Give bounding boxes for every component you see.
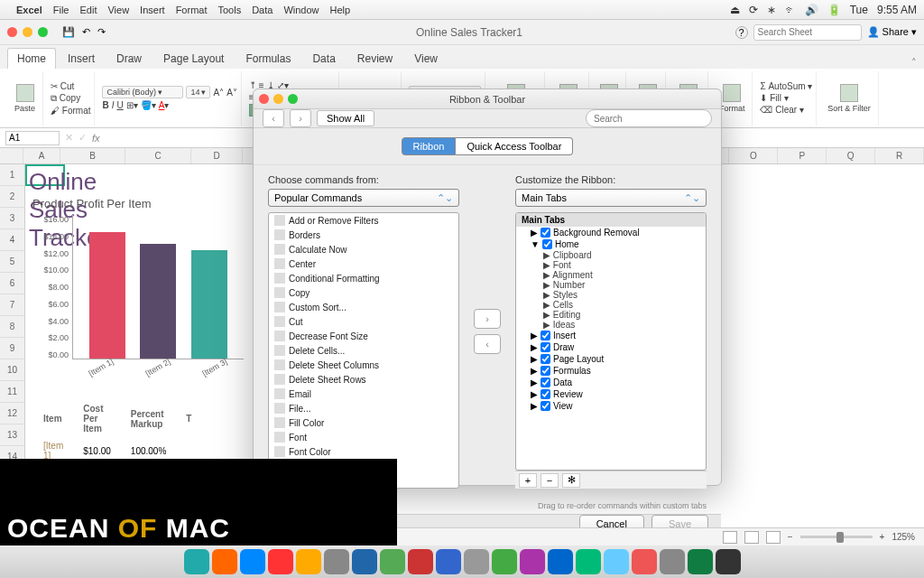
copy-icon[interactable]: ⧉ Copy — [51, 93, 80, 104]
sort-filter-button[interactable]: Sort & Filter — [824, 84, 874, 113]
col-markup[interactable]: Percent Markup — [122, 401, 175, 436]
col-head[interactable]: Q — [827, 148, 875, 163]
tab-quick-access[interactable]: Quick Access Toolbar — [456, 137, 573, 155]
tree-subitem[interactable]: ▶ Font — [516, 260, 706, 270]
command-item[interactable]: Decrease Font Size — [269, 329, 458, 343]
tree-subitem[interactable]: ▶ Clipboard — [516, 250, 706, 260]
row-head[interactable]: 2 — [0, 186, 25, 208]
dock-app-icon[interactable] — [576, 549, 601, 574]
commands-from-select[interactable]: Popular Commands⌃⌄ — [268, 189, 459, 207]
dock-app-icon[interactable] — [296, 549, 321, 574]
tree-subitem[interactable]: ▶ Ideas — [516, 320, 706, 330]
dock-app-icon[interactable] — [604, 549, 629, 574]
tab-view[interactable]: View — [404, 48, 448, 69]
tree-item[interactable]: ▶ Data — [516, 377, 706, 388]
command-item[interactable]: Conditional Formatting — [269, 271, 458, 285]
command-item[interactable]: Fill Color — [269, 415, 458, 430]
tab-insert[interactable]: Insert — [58, 48, 105, 69]
row-head[interactable]: 13 — [0, 424, 25, 446]
dock-app-icon[interactable] — [464, 549, 489, 574]
underline-button[interactable]: U — [116, 100, 123, 110]
battery-icon[interactable]: 🔋 — [827, 4, 841, 16]
dock-app-icon[interactable] — [492, 549, 517, 574]
tree-subitem[interactable]: ▶ Editing — [516, 310, 706, 320]
col-head[interactable]: R — [875, 148, 924, 163]
row-head[interactable]: 9 — [0, 338, 25, 359]
dock-app-icon[interactable] — [632, 549, 657, 574]
dock-app-icon[interactable] — [240, 549, 265, 574]
tree-item[interactable]: ▶ Draw — [516, 341, 706, 353]
tree-item[interactable]: ▶ Page Layout — [516, 353, 706, 365]
format-painter-icon[interactable]: 🖌 Format — [51, 106, 90, 116]
cancel-formula-icon[interactable]: ✕ — [65, 132, 73, 144]
border-button[interactable]: ⊞▾ — [126, 100, 138, 110]
command-item[interactable]: Cut — [269, 314, 458, 329]
command-item[interactable]: Add or Remove Filters — [269, 213, 458, 228]
row-head[interactable]: 5 — [0, 251, 25, 273]
menu-help[interactable]: Help — [330, 5, 351, 15]
dialog-title-bar[interactable]: Ribbon & Toolbar — [254, 89, 721, 109]
row-head[interactable]: 10 — [0, 359, 25, 381]
dialog-close-icon[interactable] — [259, 94, 269, 104]
remove-tab-button[interactable]: − — [541, 473, 559, 488]
dock-app-icon[interactable] — [688, 549, 713, 574]
dialog-search-input[interactable] — [586, 109, 712, 127]
tab-review[interactable]: Review — [347, 48, 402, 69]
tab-page-layout[interactable]: Page Layout — [153, 48, 234, 69]
dock-app-icon[interactable] — [380, 549, 405, 574]
tree-item[interactable]: ▶ Insert — [516, 330, 706, 341]
menu-file[interactable]: File — [53, 5, 69, 15]
row-head[interactable]: 3 — [0, 208, 25, 229]
dock-app-icon[interactable] — [352, 549, 377, 574]
menu-format[interactable]: Format — [176, 5, 208, 15]
accept-formula-icon[interactable]: ✓ — [79, 132, 87, 144]
row-head[interactable]: 4 — [0, 229, 25, 251]
autosum-button[interactable]: Σ AutoSum ▾ — [760, 81, 812, 91]
name-box[interactable] — [5, 131, 60, 145]
menu-data[interactable]: Data — [252, 5, 273, 15]
col-t[interactable]: T — [177, 401, 200, 436]
clear-button[interactable]: ⌫ Clear ▾ — [760, 105, 803, 115]
remove-command-button[interactable]: ‹ — [474, 334, 501, 354]
dock-app-icon[interactable] — [520, 549, 545, 574]
sync-icon[interactable]: ⟳ — [749, 4, 758, 16]
add-command-button[interactable]: › — [474, 309, 501, 329]
font-select[interactable]: Calibri (Body) ▾ — [102, 86, 183, 98]
row-head[interactable]: 1 — [0, 164, 25, 186]
dock-app-icon[interactable] — [716, 549, 741, 574]
row-head[interactable]: 6 — [0, 273, 25, 294]
redo-icon[interactable]: ↷ — [97, 26, 106, 38]
command-item[interactable]: Center — [269, 256, 458, 271]
font-color-button[interactable]: A▾ — [159, 100, 170, 110]
dock[interactable] — [0, 545, 924, 578]
normal-view-icon[interactable] — [723, 531, 737, 544]
dialog-zoom-icon[interactable] — [288, 94, 298, 104]
tree-subitem[interactable]: ▶ Cells — [516, 300, 706, 310]
paste-button[interactable]: Paste — [11, 84, 39, 113]
minimize-window-icon[interactable] — [23, 27, 32, 37]
tree-item[interactable]: ▶ Background Removal — [516, 227, 706, 238]
menu-window[interactable]: Window — [283, 5, 319, 15]
fill-color-button[interactable]: 🪣▾ — [141, 100, 156, 110]
tree-item[interactable]: ▶ Review — [516, 388, 706, 400]
row-head[interactable]: 8 — [0, 316, 25, 338]
help-icon[interactable]: ? — [735, 26, 748, 39]
row-head[interactable]: 11 — [0, 381, 25, 403]
dialog-minimize-icon[interactable] — [273, 94, 283, 104]
zoom-out-icon[interactable]: − — [788, 532, 793, 542]
tab-ribbon[interactable]: Ribbon — [402, 137, 457, 155]
bold-button[interactable]: B — [102, 100, 108, 110]
cut-icon[interactable]: ✂ Cut — [51, 81, 74, 91]
zoom-level[interactable]: 125% — [892, 532, 915, 542]
tree-subitem[interactable]: ▶ Number — [516, 280, 706, 290]
bluetooth-icon[interactable]: ∗ — [767, 4, 776, 16]
commands-list[interactable]: Add or Remove FiltersBordersCalculate No… — [268, 212, 459, 489]
col-head[interactable]: C — [125, 148, 190, 163]
search-sheet-input[interactable] — [753, 24, 862, 41]
dock-app-icon[interactable] — [324, 549, 349, 574]
forward-button[interactable]: › — [290, 109, 311, 127]
tree-subitem[interactable]: ▶ Alignment — [516, 270, 706, 280]
menu-view[interactable]: View — [107, 5, 129, 15]
menu-insert[interactable]: Insert — [140, 5, 165, 15]
col-head[interactable]: D — [191, 148, 244, 163]
